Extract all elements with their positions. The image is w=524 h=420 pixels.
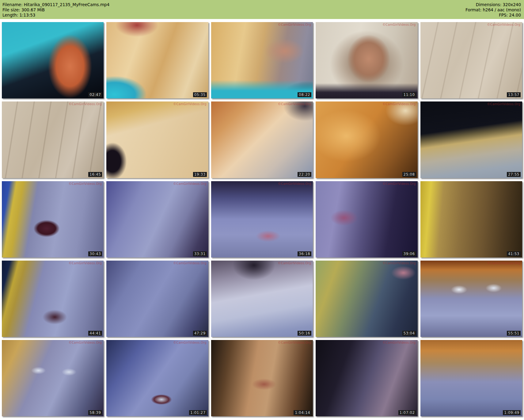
watermark-text: ©CamGirlVideos.Org	[278, 341, 311, 344]
thumbnail: ©CamGirlVideos.Org25:08	[316, 101, 417, 178]
watermark-text: ©CamGirlVideos.Org	[173, 182, 206, 185]
thumbnail: ©CamGirlVideos.Org1:01:27	[106, 340, 208, 416]
timestamp-label: 19:33	[193, 172, 207, 177]
timestamp-label: 36:18	[298, 251, 311, 256]
timestamp-label: 44:41	[88, 331, 102, 336]
thumbnail: ©CamGirlVideos.Org1:04:14	[211, 340, 313, 416]
timestamp-label: 41:53	[507, 251, 521, 256]
timestamp-label: 58:39	[88, 410, 102, 415]
thumbnail: ©CamGirlVideos.Org16:45	[2, 101, 104, 178]
timestamp-label: 47:29	[193, 331, 207, 336]
thumbnail: ©CamGirlVideos.Org13:57	[420, 22, 522, 98]
watermark-text: ©CamGirlVideos.Org	[382, 102, 416, 106]
timestamp-label: 27:55	[507, 172, 521, 177]
thumbnail: ©CamGirlVideos.Org36:18	[211, 181, 313, 258]
timestamp-label: 53:04	[402, 331, 416, 336]
timestamp-label: 1:09:49	[503, 410, 521, 415]
timestamp-label: 1:07:02	[398, 410, 416, 415]
timestamp-label: 33:31	[193, 251, 207, 256]
thumbnail: 02:47	[2, 22, 104, 98]
thumbnail: ©CamGirlVideos.Org27:55	[420, 101, 522, 178]
dimensions-line: Dimensions: 320x240	[465, 2, 521, 7]
timestamp-label: 11:10	[402, 92, 416, 97]
watermark-text: ©CamGirlVideos.Org	[382, 182, 416, 185]
thumbnail: 1:09:49	[420, 340, 522, 416]
thumbnail: ©CamGirlVideos.Org55:51	[420, 261, 522, 337]
timestamp-label: 30:43	[88, 251, 102, 256]
watermark-text: ©CamGirlVideos.Org	[173, 341, 206, 344]
timestamp-label: 13:57	[507, 92, 521, 97]
watermark-text: ©CamGirlVideos.Org	[278, 102, 311, 106]
watermark-text: ©CamGirlVideos.Org	[382, 341, 416, 344]
file-info-bar: Filename: Hitarika_090117_2135_MyFreeCam…	[0, 0, 524, 19]
watermark-text: ©CamGirlVideos.Org	[487, 23, 520, 26]
fps-line: FPS: 24.00	[465, 13, 521, 18]
file-info-right: Dimensions: 320x240 Format: h264 / aac (…	[465, 2, 521, 19]
watermark-text: ©CamGirlVideos.Org	[278, 262, 311, 265]
watermark-text: ©CamGirlVideos.Org	[69, 102, 102, 106]
format-line: Format: h264 / aac (mono)	[465, 7, 521, 13]
timestamp-label: 08:22	[298, 92, 311, 97]
watermark-text: ©CamGirlVideos.Org	[487, 262, 520, 265]
thumbnail: ©CamGirlVideos.Org08:22	[211, 22, 313, 98]
watermark-text: ©CamGirlVideos.Org	[173, 102, 206, 106]
timestamp-label: 55:51	[507, 331, 521, 336]
thumbnail: ©CamGirlVideos.Org58:39	[2, 340, 104, 416]
watermark-text: ©CamGirlVideos.Org	[382, 262, 416, 265]
thumbnail: ©CamGirlVideos.Org53:04	[316, 261, 417, 337]
watermark-text: ©CamGirlVideos.Org	[278, 182, 311, 185]
thumbnail: ©CamGirlVideos.Org50:16	[211, 261, 313, 337]
watermark-text: ©CamGirlVideos.Org	[69, 262, 102, 265]
thumbnail: 05:35	[106, 22, 208, 98]
thumbnail: ©CamGirlVideos.Org22:20	[211, 101, 313, 178]
timestamp-label: 02:47	[88, 92, 102, 97]
watermark-text: ©CamGirlVideos.Org	[278, 23, 311, 26]
thumbnail: 41:53	[420, 181, 522, 258]
filesize-line: File size: 300.67 MiB	[2, 7, 109, 13]
thumbnail: ©CamGirlVideos.Org19:33	[106, 101, 208, 178]
length-line: Length: 1:13:53	[2, 13, 109, 18]
timestamp-label: 05:35	[193, 92, 207, 97]
thumbnail-grid: 02:4705:35©CamGirlVideos.Org08:22©CamGir…	[0, 19, 524, 420]
file-info-left: Filename: Hitarika_090117_2135_MyFreeCam…	[2, 2, 109, 19]
timestamp-label: 25:08	[402, 172, 416, 177]
timestamp-label: 1:04:14	[294, 410, 311, 415]
watermark-text: ©CamGirlVideos.Org	[487, 102, 520, 106]
watermark-text: ©CamGirlVideos.Org	[69, 182, 102, 185]
thumbnail: ©CamGirlVideos.Org47:29	[106, 261, 208, 337]
filename-line: Filename: Hitarika_090117_2135_MyFreeCam…	[2, 2, 109, 7]
timestamp-label: 16:45	[88, 172, 102, 177]
thumbnail: ©CamGirlVideos.Org33:31	[106, 181, 208, 258]
thumbnail: ©CamGirlVideos.Org44:41	[2, 261, 104, 337]
watermark-text: ©CamGirlVideos.Org	[173, 262, 206, 265]
watermark-text: ©CamGirlVideos.Org	[382, 23, 416, 26]
timestamp-label: 1:01:27	[189, 410, 207, 415]
timestamp-label: 50:16	[298, 331, 311, 336]
timestamp-label: 22:20	[298, 172, 311, 177]
thumbnail: ©CamGirlVideos.Org1:07:02	[316, 340, 417, 416]
timestamp-label: 39:06	[402, 251, 416, 256]
watermark-text: ©CamGirlVideos.Org	[69, 341, 102, 344]
thumbnail: ©CamGirlVideos.Org11:10	[316, 22, 417, 98]
thumbnail: ©CamGirlVideos.Org39:06	[316, 181, 417, 258]
thumbnail: ©CamGirlVideos.Org30:43	[2, 181, 104, 258]
